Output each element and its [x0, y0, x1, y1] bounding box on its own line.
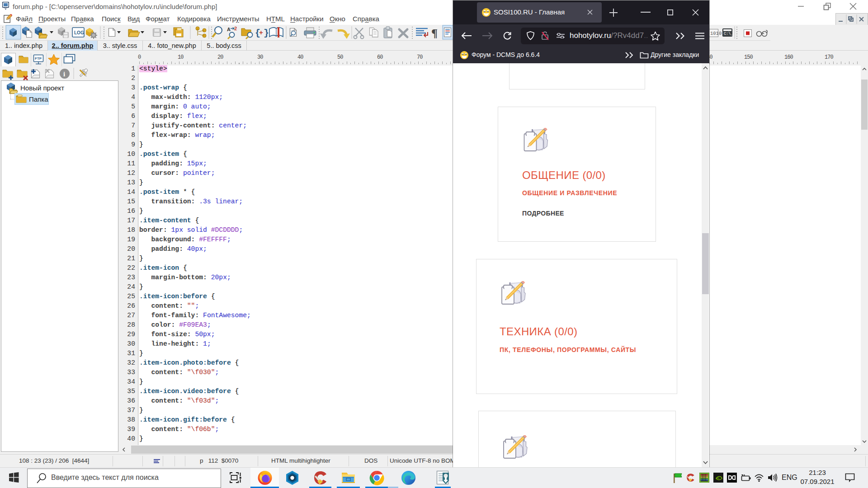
svg-text:LOG: LOG	[74, 30, 84, 35]
svg-text:i: i	[63, 70, 65, 78]
svg-text:C:\_: C:\_	[724, 32, 733, 36]
svg-text:¶: ¶	[431, 27, 438, 40]
svg-text:+: +	[259, 29, 263, 37]
svg-text:1010: 1010	[710, 31, 722, 36]
svg-text:FTP: FTP	[35, 56, 42, 61]
svg-text:A: A	[227, 27, 231, 32]
svg-text:}: }	[264, 28, 269, 38]
